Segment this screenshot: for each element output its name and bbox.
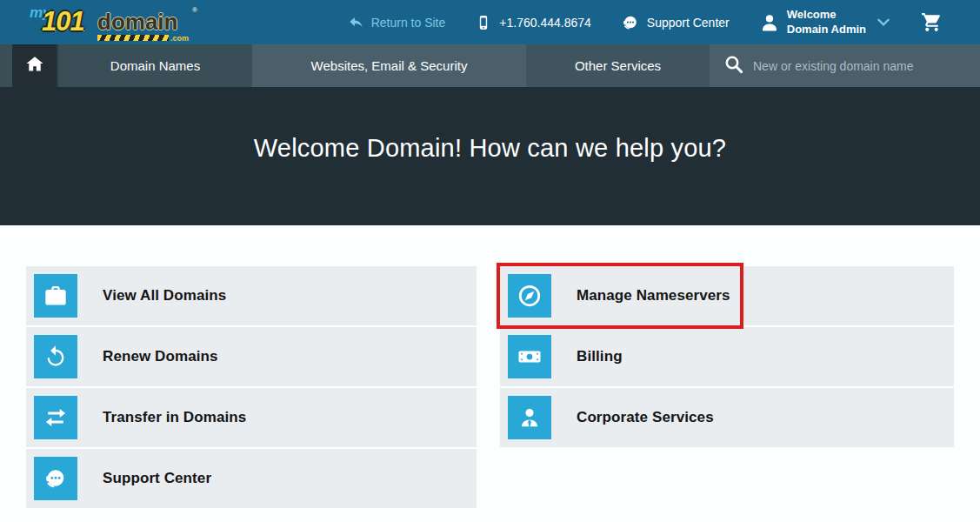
brand-101: 101: [42, 6, 84, 37]
brand-registered-mark: ®: [192, 6, 197, 14]
menu-item-billing[interactable]: Billing: [500, 327, 954, 386]
menu-item-corporate-services[interactable]: Corporate Services: [500, 388, 954, 447]
transfer-icon: [34, 396, 77, 439]
headset-icon: [621, 13, 640, 32]
topbar-links: Return to Site +1.760.444.8674 Support C…: [348, 8, 943, 37]
user-icon: [759, 12, 780, 33]
briefcase-icon: [34, 274, 77, 318]
dashboard-content: View All Domains Renew Domains Transfer …: [0, 225, 980, 522]
menu-item-label: Corporate Services: [577, 409, 714, 426]
hero-title: Welcome Domain! How can we help you?: [254, 134, 726, 163]
domain-search-input[interactable]: [753, 59, 962, 73]
compass-icon: [508, 274, 551, 318]
phone-link[interactable]: +1.760.444.8674: [475, 13, 591, 32]
menu-item-label: Transfer in Domains: [103, 409, 246, 426]
main-nav: Domain Names Websites, Email & Security …: [0, 44, 980, 87]
menu-item-transfer-in-domains[interactable]: Transfer in Domains: [26, 388, 477, 447]
menu-column-left: View All Domains Renew Domains Transfer …: [26, 266, 477, 510]
menu-item-label: Renew Domains: [103, 348, 218, 365]
brand-hazard-stripes: [97, 35, 169, 41]
account-user: Domain Admin: [787, 23, 866, 37]
nav-left-pad: [0, 44, 12, 87]
home-icon: [24, 54, 45, 77]
menu-item-view-all-domains[interactable]: View All Domains: [26, 266, 477, 325]
welcome-line: Welcome: [787, 8, 866, 22]
search-icon: [723, 54, 744, 78]
menu-item-manage-nameservers[interactable]: Manage Nameservers: [500, 266, 954, 325]
menu-item-label: View All Domains: [103, 287, 226, 304]
menu-item-label: Support Center: [103, 470, 211, 487]
shopping-cart-icon: [920, 11, 943, 33]
menu-item-label: Manage Nameservers: [577, 287, 730, 304]
support-center-label: Support Center: [647, 16, 730, 30]
person-tie-icon: [508, 396, 551, 439]
support-center-link[interactable]: Support Center: [621, 13, 730, 32]
banknote-icon: [508, 335, 551, 378]
account-menu[interactable]: Welcome Domain Admin: [759, 8, 890, 37]
menu-column-right: Manage Nameservers Billing Corporate Ser…: [500, 266, 954, 449]
chevron-down-icon: [877, 17, 890, 28]
top-bar: my 101 domain ® .com Return to Site +1.7…: [0, 0, 980, 44]
brand-logo[interactable]: my 101 domain ® .com: [14, 3, 201, 43]
menu-item-renew-domains[interactable]: Renew Domains: [26, 327, 477, 386]
menu-item-support-center[interactable]: Support Center: [26, 449, 477, 508]
return-arrow-icon: [348, 14, 364, 30]
home-tab[interactable]: [12, 44, 57, 87]
mobile-phone-icon: [475, 13, 492, 32]
return-to-site-label: Return to Site: [371, 16, 446, 30]
domain-search: [710, 44, 980, 87]
menu-item-label: Billing: [577, 348, 623, 365]
tab-domain-names[interactable]: Domain Names: [57, 44, 252, 87]
headset-icon: [34, 457, 77, 500]
return-to-site-link[interactable]: Return to Site: [348, 14, 446, 30]
tab-websites-email-security[interactable]: Websites, Email & Security: [252, 44, 526, 87]
brand-tld: .com: [170, 34, 189, 43]
cart-button[interactable]: [920, 11, 943, 33]
phone-number: +1.760.444.8674: [499, 16, 591, 30]
page: my 101 domain ® .com Return to Site +1.7…: [0, 0, 980, 522]
account-name: Welcome Domain Admin: [787, 8, 866, 37]
renew-icon: [34, 335, 77, 378]
hero-banner: Welcome Domain! How can we help you?: [0, 87, 980, 225]
tab-other-services[interactable]: Other Services: [526, 44, 710, 87]
brand-domain: domain: [97, 9, 177, 36]
